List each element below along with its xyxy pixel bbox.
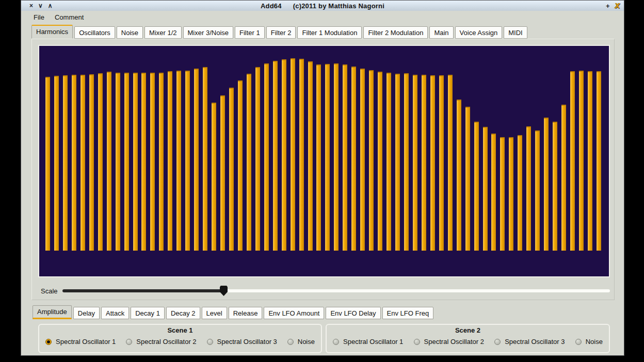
scene-2-option-spectral-oscillator-1[interactable]: Spectral Oscillator 1: [333, 338, 403, 345]
tab-filter-1[interactable]: Filter 1: [235, 26, 265, 39]
scene-1-option-noise[interactable]: Noise: [287, 338, 315, 345]
harmonic-bar-63[interactable]: [588, 71, 592, 251]
harmonic-bar-39[interactable]: [378, 72, 382, 251]
harmonic-bar-55[interactable]: [518, 135, 522, 251]
harmonic-bar-23[interactable]: [238, 80, 243, 251]
plus-icon[interactable]: +: [606, 2, 610, 10]
harmonic-bar-26[interactable]: [264, 63, 269, 251]
harmonic-bar-53[interactable]: [500, 137, 505, 251]
tab-filter-2-modulation[interactable]: Filter 2 Modulation: [363, 26, 428, 39]
harmonic-bar-24[interactable]: [247, 74, 251, 251]
harmonic-bar-5[interactable]: [81, 75, 85, 251]
scene-1-option-spectral-oscillator-3[interactable]: Spectral Oscillator 3: [207, 338, 277, 345]
harmonic-bar-64[interactable]: [597, 71, 601, 251]
harmonic-bar-48[interactable]: [457, 100, 461, 251]
env-tab-release[interactable]: Release: [229, 307, 263, 319]
harmonic-bar-33[interactable]: [325, 64, 330, 251]
tab-oscillators[interactable]: Oscillators: [74, 26, 115, 39]
harmonic-bar-9[interactable]: [116, 73, 120, 251]
tab-voice-assign[interactable]: Voice Assign: [455, 26, 503, 39]
env-tab-amplitude[interactable]: Amplitude: [33, 305, 72, 319]
menu-file[interactable]: File: [33, 12, 45, 22]
tab-mixer-3-noise[interactable]: Mixer 3/Noise: [183, 26, 233, 39]
env-tab-delay[interactable]: Delay: [73, 307, 100, 319]
env-tab-level[interactable]: Level: [202, 307, 227, 319]
radio-icon[interactable]: [126, 339, 132, 345]
harmonic-bar-44[interactable]: [422, 75, 426, 251]
harmonic-bar-4[interactable]: [72, 75, 76, 251]
tab-filter-1-modulation[interactable]: Filter 1 Modulation: [297, 26, 362, 39]
tab-harmonics[interactable]: Harmonics: [31, 25, 73, 39]
radio-icon[interactable]: [414, 339, 420, 345]
tab-main[interactable]: Main: [429, 26, 453, 39]
radio-icon[interactable]: [494, 339, 501, 345]
harmonic-bar-29[interactable]: [291, 58, 295, 251]
harmonic-bar-34[interactable]: [334, 63, 339, 251]
harmonic-bar-52[interactable]: [491, 134, 496, 251]
harmonic-bar-57[interactable]: [535, 130, 540, 251]
harmonic-bar-32[interactable]: [316, 64, 321, 251]
scene-2-option-noise[interactable]: Noise: [575, 338, 603, 345]
scene-2-option-spectral-oscillator-3[interactable]: Spectral Oscillator 3: [494, 338, 565, 345]
harmonics-chart[interactable]: [38, 45, 610, 277]
radio-icon[interactable]: [207, 339, 213, 345]
harmonic-bar-51[interactable]: [483, 127, 488, 251]
harmonic-bar-21[interactable]: [220, 95, 225, 251]
harmonic-bar-56[interactable]: [526, 126, 531, 251]
env-tab-env-lfo-delay[interactable]: Env LFO Delay: [326, 307, 380, 319]
title-bar[interactable]: × ∨ ∧ Add64(c)2011 by Matthias Nagorni +…: [21, 1, 624, 11]
scene-1-option-spectral-oscillator-2[interactable]: Spectral Oscillator 2: [126, 338, 196, 345]
harmonic-bar-2[interactable]: [54, 76, 59, 251]
harmonic-bar-3[interactable]: [63, 75, 68, 251]
harmonic-bar-11[interactable]: [133, 73, 138, 251]
harmonic-bar-15[interactable]: [168, 71, 172, 251]
env-tab-decay-1[interactable]: Decay 1: [131, 307, 165, 319]
harmonic-bar-30[interactable]: [299, 59, 304, 251]
harmonic-bar-19[interactable]: [203, 67, 207, 251]
harmonic-bar-1[interactable]: [45, 77, 50, 251]
harmonic-bar-47[interactable]: [448, 75, 453, 251]
radio-icon[interactable]: [575, 339, 582, 345]
harmonic-bar-58[interactable]: [544, 118, 549, 251]
harmonic-bar-17[interactable]: [185, 71, 190, 251]
harmonic-bar-37[interactable]: [360, 69, 365, 251]
env-tab-decay-2[interactable]: Decay 2: [166, 307, 200, 319]
harmonic-bar-14[interactable]: [159, 73, 164, 251]
harmonic-bar-50[interactable]: [474, 122, 479, 251]
harmonic-bar-35[interactable]: [343, 64, 347, 251]
harmonic-bar-25[interactable]: [255, 67, 260, 251]
env-tab-env-lfo-freq[interactable]: Env LFO Freq: [382, 307, 434, 319]
harmonic-bar-8[interactable]: [107, 72, 111, 251]
harmonic-bar-54[interactable]: [509, 137, 513, 251]
harmonic-bar-45[interactable]: [430, 75, 435, 251]
harmonic-bar-40[interactable]: [387, 73, 391, 251]
env-tab-attack[interactable]: Attack: [101, 307, 129, 319]
harmonic-bar-10[interactable]: [124, 73, 129, 251]
harmonic-bar-28[interactable]: [282, 59, 286, 251]
scene-2-option-spectral-oscillator-2[interactable]: Spectral Oscillator 2: [414, 338, 484, 345]
harmonic-bar-22[interactable]: [229, 88, 234, 251]
harmonic-bar-41[interactable]: [395, 74, 400, 251]
tab-midi[interactable]: MIDI: [504, 26, 527, 39]
harmonic-bar-6[interactable]: [89, 74, 94, 251]
harmonic-bar-42[interactable]: [404, 73, 409, 251]
scale-slider-fill[interactable]: [62, 289, 223, 292]
harmonic-bar-13[interactable]: [150, 73, 155, 251]
harmonic-bar-59[interactable]: [553, 122, 557, 251]
harmonic-bar-31[interactable]: [308, 61, 313, 251]
harmonic-bar-20[interactable]: [212, 103, 216, 251]
radio-icon[interactable]: [333, 339, 339, 345]
scene-1-option-spectral-oscillator-1[interactable]: Spectral Oscillator 1: [45, 338, 116, 345]
tab-filter-2[interactable]: Filter 2: [266, 26, 296, 39]
harmonic-bar-46[interactable]: [439, 75, 444, 251]
harmonic-bar-43[interactable]: [413, 75, 417, 251]
harmonic-bar-61[interactable]: [570, 71, 575, 251]
harmonic-bar-62[interactable]: [579, 71, 584, 251]
radio-icon[interactable]: [287, 339, 294, 345]
harmonic-bar-7[interactable]: [98, 73, 103, 251]
tab-noise[interactable]: Noise: [117, 26, 143, 39]
harmonic-bar-38[interactable]: [369, 70, 374, 251]
harmonic-bar-16[interactable]: [176, 71, 181, 251]
tab-mixer-1-2[interactable]: Mixer 1/2: [144, 26, 181, 39]
harmonic-bar-18[interactable]: [194, 69, 199, 251]
